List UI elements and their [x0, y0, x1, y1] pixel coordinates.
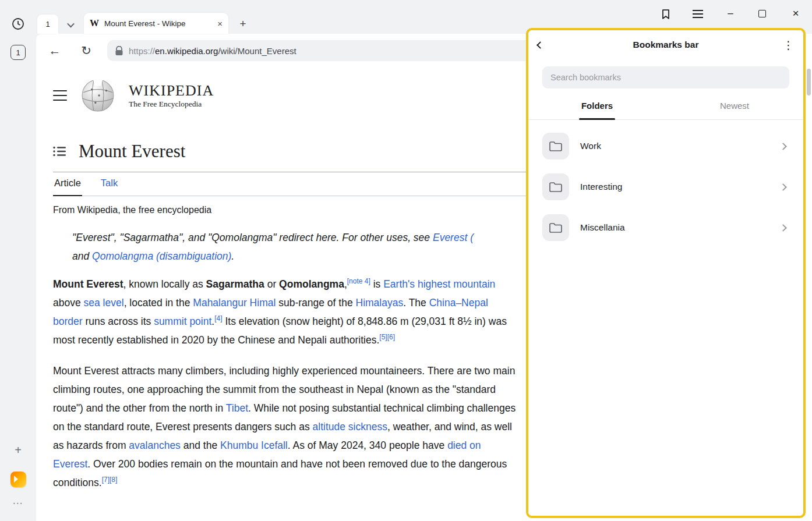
article-body: "Everest", "Sagarmatha", and "Qomolangma… — [53, 228, 519, 492]
wiki-link[interactable]: Mahalangur Himal — [193, 297, 276, 309]
chevron-down-icon — [67, 20, 75, 27]
tab-newest[interactable]: Newest — [666, 93, 803, 119]
url-path: /wiki/Mount_Everest — [218, 46, 296, 56]
paragraph-1: Mount Everest, known locally as Sagarmat… — [53, 275, 519, 349]
wiki-link[interactable]: Earth's highest mountain — [383, 278, 495, 290]
wiki-link[interactable]: Everest ( — [433, 232, 474, 243]
paragraph-2: Mount Everest attracts many climbers, in… — [53, 361, 519, 492]
tab-article[interactable]: Article — [53, 172, 82, 196]
wiki-link[interactable]: [5][6] — [379, 333, 395, 341]
wiki-link[interactable]: Qomolangma (disambiguation) — [92, 250, 231, 262]
folder-row-interesting[interactable]: Interesting — [542, 166, 789, 207]
text-run: sub-range of the — [276, 297, 355, 309]
folder-label: Interesting — [580, 182, 781, 192]
folder-label: Work — [580, 141, 781, 151]
folder-icon — [542, 214, 569, 241]
browser-app-logo[interactable] — [10, 472, 26, 487]
reload-button[interactable]: ↻ — [76, 40, 97, 61]
text-run: and — [72, 250, 92, 262]
page-title: Mount Everest — [79, 141, 185, 162]
wiki-link[interactable]: sea level — [84, 297, 124, 309]
chevron-left-icon — [536, 41, 544, 49]
wiki-link[interactable]: Tibet — [226, 402, 248, 414]
scrollbar-thumb[interactable] — [807, 69, 811, 95]
bookmarks-panel-title: Bookmarks bar — [557, 40, 774, 50]
wiki-link[interactable]: [4] — [214, 314, 222, 322]
panel-kebab-menu-icon[interactable]: ⋮ — [774, 38, 794, 52]
wikipedia-globe-logo[interactable] — [81, 79, 115, 112]
close-window-button[interactable]: × — [789, 7, 802, 20]
folder-icon — [542, 173, 569, 200]
wiki-link[interactable]: summit point — [154, 316, 211, 327]
text-run: above — [53, 297, 84, 309]
chevron-right-icon — [781, 185, 789, 190]
lock-icon — [115, 46, 123, 56]
page-scrollbar[interactable] — [806, 34, 812, 521]
wiki-link[interactable]: [note 4] — [347, 277, 370, 285]
tab-counter-button[interactable]: 1 — [10, 45, 26, 60]
bookmarks-search-input[interactable] — [542, 66, 789, 88]
text-run: Mount Everest — [53, 278, 123, 290]
bookmarks-panel-header: Bookmarks bar ⋮ — [528, 30, 803, 59]
wiki-link[interactable]: avalanches — [129, 440, 181, 451]
sidebar-more-button[interactable]: ⋯ — [9, 497, 27, 509]
wiki-link[interactable]: Khumbu Icefall — [220, 440, 288, 451]
panel-back-button[interactable] — [538, 42, 557, 48]
folder-row-miscellania[interactable]: Miscellania — [542, 207, 789, 248]
tab-folders[interactable]: Folders — [528, 93, 666, 119]
chevron-right-icon — [781, 225, 789, 231]
wiki-link[interactable]: Himalayas — [356, 297, 404, 309]
maximize-button[interactable] — [755, 7, 768, 20]
text-run: and the — [181, 440, 220, 451]
wikipedia-favicon: W — [90, 18, 99, 29]
wiki-link[interactable]: altitude sickness — [313, 421, 387, 433]
folder-row-work[interactable]: Work — [542, 126, 789, 166]
wikipedia-tagline: The Free Encyclopedia — [129, 100, 214, 109]
contents-list-icon[interactable] — [53, 146, 66, 157]
folder-icon — [542, 133, 569, 160]
browser-menu-icon[interactable] — [691, 8, 705, 20]
text-run: Sagarmatha — [206, 278, 264, 290]
browser-left-sidebar: 1 + ⋯ — [0, 34, 36, 521]
new-tab-button[interactable]: + — [235, 16, 251, 32]
wiki-link[interactable]: [7][8] — [102, 476, 118, 484]
bookmarks-folder-list: Work Interesting Miscellania — [528, 120, 803, 248]
browser-tab[interactable]: W Mount Everest - Wikipe × — [84, 13, 228, 34]
chevron-right-icon — [781, 144, 789, 149]
history-clock-icon[interactable] — [11, 17, 25, 31]
tab-talk[interactable]: Talk — [100, 172, 119, 196]
tab-counter-value: 1 — [16, 48, 20, 57]
text-run: , known locally as — [123, 278, 206, 290]
url-host: en.wikipedia.org — [155, 46, 218, 56]
tab-title: Mount Everest - Wikipe — [104, 19, 214, 28]
folder-label: Miscellania — [580, 222, 781, 233]
wikipedia-menu-icon[interactable] — [53, 90, 67, 101]
workspace-tab[interactable]: 1 — [37, 15, 58, 34]
wikipedia-wordmark-block[interactable]: WIKIPEDIA The Free Encyclopedia — [129, 82, 214, 108]
maximize-icon — [758, 10, 766, 17]
bookmarks-panel: Bookmarks bar ⋮ Folders Newest Work — [528, 30, 803, 516]
workspace-dropdown-button[interactable] — [62, 17, 79, 31]
back-button[interactable]: ← — [44, 40, 65, 61]
bookmarks-icon[interactable] — [658, 6, 673, 22]
url-scheme: https:// — [129, 46, 155, 56]
sidebar-add-button[interactable]: + — [10, 442, 26, 458]
text-run: "Everest", "Sagarmatha", and "Qomolangma… — [72, 232, 433, 243]
text-run: , located in the — [124, 297, 193, 309]
text-run: . — [231, 250, 234, 262]
hatnote: "Everest", "Sagarmatha", and "Qomolangma… — [53, 228, 560, 265]
bookmarks-tabs: Folders Newest — [528, 93, 803, 120]
workspace-badge: 1 — [45, 20, 50, 29]
text-run: or — [264, 278, 279, 290]
text-run: runs across its — [83, 316, 154, 327]
wikipedia-wordmark: WIKIPEDIA — [129, 82, 214, 100]
text-run: Qomolangma — [279, 278, 344, 290]
text-run: . As of May 2024, 340 people have — [288, 440, 447, 451]
text-run: . The — [403, 297, 429, 309]
bookmarks-panel-highlight: Bookmarks bar ⋮ Folders Newest Work — [526, 28, 806, 518]
minimize-button[interactable]: – — [724, 7, 737, 20]
tab-close-icon[interactable]: × — [217, 19, 223, 29]
text-run: is — [370, 278, 383, 290]
text-run: . Over 200 bodies remain on the mountain… — [53, 458, 507, 488]
